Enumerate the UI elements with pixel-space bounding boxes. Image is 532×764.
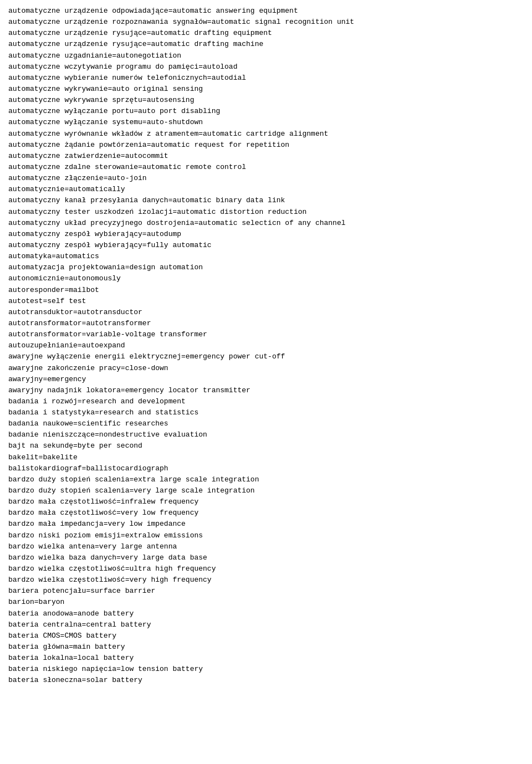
dictionary-content: automatyczne urządzenie odpowiadające=au… bbox=[8, 6, 524, 686]
